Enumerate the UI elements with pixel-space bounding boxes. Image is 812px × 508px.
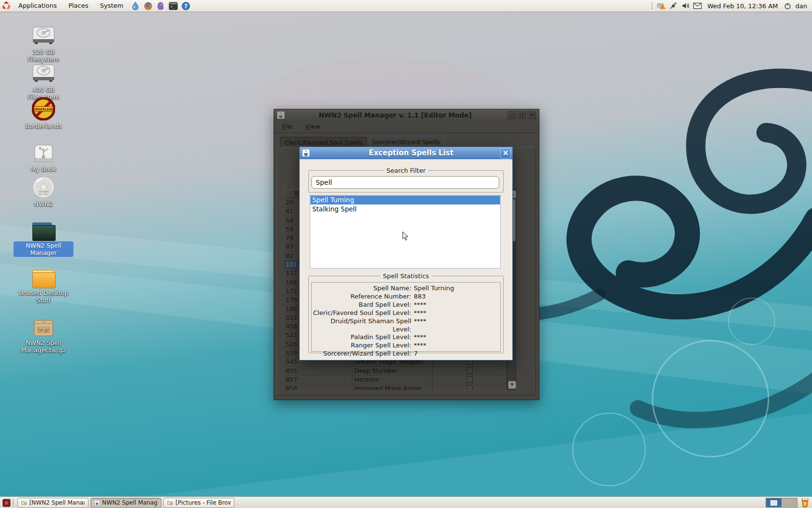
power-icon[interactable]	[783, 1, 792, 10]
menu-view[interactable]: View	[305, 123, 320, 130]
desktop-icon-mybook[interactable]: My Book	[14, 141, 73, 173]
firefox-icon[interactable]	[143, 0, 153, 11]
menu-file[interactable]: File	[282, 123, 293, 130]
clock[interactable]: Wed Feb 10, 12:36 AM	[705, 2, 780, 10]
stat-value: ****	[411, 309, 426, 317]
menu-system[interactable]: System	[94, 0, 129, 12]
stat-value: 883	[411, 293, 426, 301]
minimize-button[interactable]: _	[507, 111, 516, 119]
desktop-icon-nwn2-dvd[interactable]: DVD NWN2	[14, 176, 73, 208]
taskbar-button-label: NWN2 Spell Manager ...	[102, 499, 158, 506]
mouse-cursor	[402, 231, 409, 241]
desktop-icon-unused-desktop-stuff[interactable]: Unused Desktop Stuff	[14, 265, 73, 304]
taskbar-button-label: [NWN2 Spell Manager ...	[29, 499, 85, 506]
stat-label: Paladin Spell Level:	[312, 333, 411, 342]
desktop-icon-label: 320 GB Filesystem	[14, 48, 73, 63]
spell-checkbox[interactable]	[466, 385, 473, 390]
maximize-button[interactable]: □	[517, 111, 526, 119]
stat-label: Sorcerer/Wizard Spell Level:	[312, 350, 411, 358]
desktop-icon-label: Borderlands	[23, 122, 64, 130]
desktop-icon-borderlands[interactable]: BORDERLANDS Borderlands	[14, 98, 73, 130]
menu-applications[interactable]: Applications	[13, 0, 62, 12]
desktop-icon-targz[interactable]: tar.gz NWN2 Spell Manager.tar.gz	[14, 315, 73, 354]
java-icon	[302, 149, 310, 157]
main-window-title: NWN2 Spell Manager v. 1.1 [Editor Mode]	[285, 111, 506, 119]
top-panel: Applications Places System >_ ? ! Wed Fe…	[0, 0, 812, 12]
desktop-icon-label: NWN2 Spell Manager	[14, 241, 73, 257]
hard-drive-icon	[14, 62, 73, 84]
table-row[interactable]: 855Deep Slumber	[284, 367, 507, 375]
java-icon	[94, 499, 100, 506]
desktop-icon-label: NWN2 Spell Manager.tar.gz	[14, 339, 73, 354]
spell-checkbox[interactable]	[466, 368, 473, 374]
table-row[interactable]: 857Heroism	[284, 375, 507, 384]
list-item-stalking-spell[interactable]: Stalking Spell	[310, 205, 500, 214]
desktop-icon-320gb[interactable]: 320 GB Filesystem	[14, 24, 73, 63]
folder-dark-icon	[14, 218, 73, 240]
removable-drive-warning-icon[interactable]: !	[657, 1, 666, 10]
menu-places[interactable]: Places	[62, 0, 94, 12]
taskbar-button-nwn2-window[interactable]: [NWN2 Spell Manager ...	[17, 498, 88, 508]
stat-label: Bard Spell Level:	[312, 301, 411, 309]
taskbar-button-label: [Pictures - File Browser]	[175, 499, 231, 506]
folder-orange-icon	[14, 265, 73, 287]
show-desktop-button[interactable]	[2, 499, 11, 507]
workspace-1[interactable]	[766, 498, 782, 507]
tab-cleric-favored-soul-spells[interactable]: Cleric/Favored Soul Spells	[280, 137, 367, 148]
main-window-menubar: File View	[274, 120, 539, 133]
java-icon	[277, 111, 285, 119]
volume-icon[interactable]	[681, 1, 690, 10]
desktop-icon-400gb[interactable]: 400 GB Filesystem	[14, 62, 73, 101]
archive-box-icon: tar.gz	[14, 315, 73, 337]
unplug-icon[interactable]	[669, 1, 678, 10]
stat-value: ****	[411, 301, 426, 309]
tab-sorcerer-wizard-spells[interactable]: Sorcerer/Wizard Spells	[367, 135, 445, 148]
taskbar-button-pictures-file-browser[interactable]: [Pictures - File Browser]	[163, 498, 234, 508]
stat-label: Ranger Spell Level:	[312, 342, 411, 350]
svg-text:?: ?	[184, 2, 188, 9]
svg-text:>_: >_	[171, 5, 174, 9]
taskbar: [NWN2 Spell Manager ... NWN2 Spell Manag…	[0, 496, 812, 508]
pidgin-icon[interactable]	[155, 0, 166, 11]
terminal-icon[interactable]: >_	[168, 0, 178, 11]
user-menu[interactable]: dan	[796, 2, 808, 10]
droplet-icon[interactable]	[130, 0, 141, 11]
dialog-titlebar[interactable]: Exception Spells List	[300, 147, 512, 159]
dvd-text: DVD	[38, 191, 50, 195]
borderlands-logo-icon: BORDERLANDS	[14, 98, 73, 120]
ubuntu-logo-icon[interactable]	[1, 0, 12, 11]
workspace-2[interactable]	[782, 498, 797, 507]
stat-label: Druid/Spirit Shaman Spell Level:	[312, 317, 411, 334]
mail-icon[interactable]	[693, 1, 702, 10]
list-item-spell-turning[interactable]: Spell Turning	[310, 195, 500, 205]
desktop-icon-label: NWN2	[31, 200, 55, 208]
stat-value: 7	[411, 350, 418, 358]
spell-statistics-group: Spell Statistics Spell Name:Spell Turnin…	[308, 272, 504, 353]
desktop-icon-label: Unused Desktop Stuff	[14, 289, 73, 304]
taskbar-grip-handle[interactable]	[12, 499, 14, 507]
taskbar-button-nwn2-spell-manager[interactable]: NWN2 Spell Manager ...	[90, 498, 161, 508]
tray-grip-handle[interactable]	[651, 2, 653, 10]
stat-label: Spell Name:	[312, 284, 411, 293]
spell-checkbox[interactable]	[466, 376, 473, 383]
usb-drive-icon	[14, 141, 73, 164]
main-window-titlebar[interactable]: NWN2 Spell Manager v. 1.1 [Editor Mode] …	[274, 109, 539, 121]
dialog-close-button[interactable]: ×	[500, 148, 511, 159]
targz-text: tar.gz	[38, 328, 49, 332]
dvd-disc-icon: DVD	[14, 176, 73, 198]
stat-value: ****	[411, 342, 426, 350]
file-manager-icon	[21, 499, 27, 506]
search-input[interactable]	[311, 176, 499, 189]
workspace-switcher	[766, 498, 798, 508]
stat-value: ****	[411, 333, 426, 342]
hard-drive-icon	[14, 24, 73, 46]
stat-label: Reference Number:	[312, 293, 411, 301]
dialog-title: Exception Spells List	[310, 149, 512, 157]
close-button[interactable]: ×	[527, 111, 536, 119]
help-icon[interactable]: ?	[180, 0, 191, 11]
table-row[interactable]: 858Improved Mage Armor	[284, 384, 507, 390]
trash-full-icon[interactable]	[800, 498, 810, 508]
desktop-icon-nwn2-spell-manager[interactable]: NWN2 Spell Manager	[14, 218, 73, 257]
scroll-down-button[interactable]: ▼	[508, 381, 516, 389]
exception-spells-list-dialog: Exception Spells List × Search Filter Sp…	[299, 147, 513, 360]
